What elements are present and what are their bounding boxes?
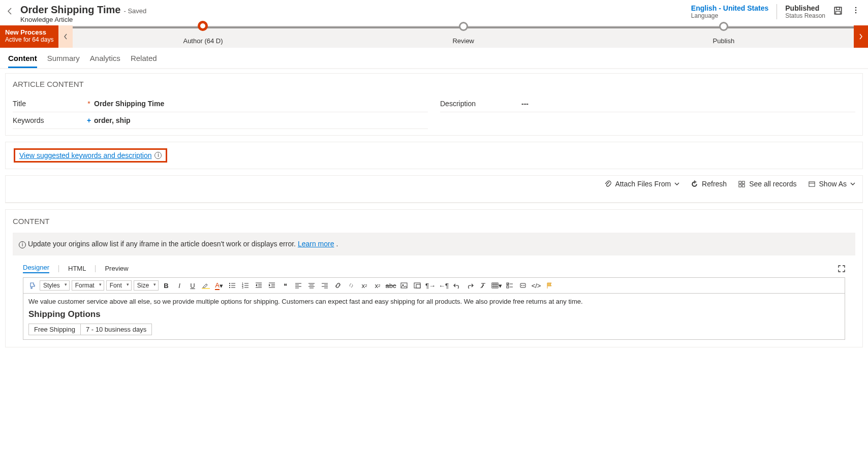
learn-more-link[interactable]: Learn more — [298, 240, 334, 248]
tab-content[interactable]: Content — [8, 54, 37, 68]
toolbar-table[interactable]: ▾ — [491, 280, 502, 291]
language-label: Language — [691, 12, 768, 19]
svg-rect-10 — [809, 181, 814, 186]
entity-subtitle: Knowledge Article — [20, 16, 685, 23]
toolbar-ltr[interactable]: ¶→ — [425, 280, 436, 291]
show-as-button[interactable]: Show As — [808, 180, 855, 188]
toolbar-source[interactable]: </> — [531, 280, 542, 291]
info-icon[interactable]: i — [154, 152, 162, 159]
info-icon: i — [19, 241, 26, 248]
see-all-records-button[interactable]: See all records — [738, 180, 796, 188]
svg-rect-12 — [202, 288, 210, 289]
suggestion-highlight: View suggested keywords and description … — [14, 148, 167, 163]
svg-point-5 — [855, 12, 857, 14]
stage-review[interactable]: Review — [333, 25, 594, 48]
status-value: Published — [785, 4, 825, 12]
svg-point-60 — [523, 285, 524, 286]
svg-rect-56 — [507, 286, 509, 288]
title-field[interactable]: Title * Order Shipping Time — [13, 95, 428, 112]
toolbar-number-list[interactable]: 123 — [240, 280, 251, 291]
toolbar-align-center[interactable] — [306, 280, 317, 291]
toolbar-assistant[interactable] — [517, 280, 529, 291]
table-row: Free Shipping 7 - 10 business days — [29, 324, 152, 335]
keywords-field[interactable]: Keywords + order, ship — [13, 112, 428, 129]
layout-icon — [808, 180, 816, 188]
svg-rect-45 — [401, 283, 407, 288]
toolbar-strikethrough[interactable]: abc — [385, 280, 396, 291]
svg-point-3 — [855, 7, 857, 9]
toolbar-format-painter[interactable] — [26, 280, 38, 291]
toolbar-clear-format[interactable] — [478, 280, 489, 291]
editor-content[interactable]: We value customer service above all else… — [23, 294, 845, 339]
process-scroll-right[interactable] — [854, 25, 868, 48]
article-content-section: ARTICLE CONTENT Title * Order Shipping T… — [5, 73, 863, 136]
process-active-for: Active for 64 days — [5, 36, 53, 43]
toolbar-highlight[interactable] — [200, 280, 211, 291]
editor-tab-designer[interactable]: Designer — [23, 264, 49, 273]
back-button[interactable] — [6, 7, 14, 15]
save-icon[interactable] — [833, 6, 844, 16]
toolbar-superscript[interactable]: x2 — [359, 280, 370, 291]
toolbar-subscript[interactable]: x2 — [372, 280, 383, 291]
chevron-down-icon — [674, 181, 679, 186]
editor-tab-preview[interactable]: Preview — [105, 265, 128, 272]
toolbar-redo[interactable] — [464, 280, 476, 291]
tab-summary[interactable]: Summary — [47, 54, 80, 68]
expand-icon[interactable] — [838, 265, 845, 272]
toolbar-blockquote[interactable]: ❝ — [280, 280, 291, 291]
more-menu-icon[interactable] — [852, 6, 862, 16]
toolbar-rtl[interactable]: ←¶ — [438, 280, 449, 291]
section-title: CONTENT — [13, 217, 855, 226]
toolbar-indent[interactable] — [266, 280, 277, 291]
content-editor-section: CONTENT i Update your origins allow list… — [5, 209, 863, 347]
toolbar-underline[interactable]: U — [187, 280, 198, 291]
toolbar-bold[interactable]: B — [161, 280, 172, 291]
view-suggested-link[interactable]: View suggested keywords and description — [19, 151, 151, 159]
svg-point-59 — [521, 285, 522, 286]
chevron-down-icon — [850, 181, 855, 186]
process-tag[interactable]: New Process Active for 64 days — [0, 25, 58, 48]
svg-rect-58 — [520, 283, 525, 287]
svg-rect-8 — [739, 184, 741, 187]
stage-author[interactable]: Author (64 D) — [73, 25, 333, 48]
toolbar-image[interactable] — [398, 280, 410, 291]
toolbar-align-left[interactable] — [293, 280, 304, 291]
toolbar-styles-select[interactable]: Styles — [40, 280, 70, 291]
toolbar-iframe[interactable] — [412, 280, 423, 291]
stage-publish[interactable]: Publish — [594, 25, 854, 48]
stage-dot-icon — [459, 22, 468, 31]
toolbar-format-select[interactable]: Format — [72, 280, 104, 291]
svg-point-13 — [229, 283, 230, 284]
toolbar-size-select[interactable]: Size — [134, 280, 159, 291]
paperclip-icon — [604, 180, 611, 188]
attach-files-button[interactable]: Attach Files From — [604, 180, 679, 188]
status-label: Status Reason — [785, 12, 825, 19]
language-value[interactable]: English - United States — [691, 4, 768, 12]
toolbar-align-right[interactable] — [319, 280, 330, 291]
refresh-button[interactable]: Refresh — [691, 180, 727, 188]
info-banner: i Update your origins allow list if any … — [13, 233, 855, 255]
save-status: - Saved — [123, 7, 146, 15]
divider — [95, 265, 96, 272]
tab-related[interactable]: Related — [131, 54, 157, 68]
editor-tab-html[interactable]: HTML — [68, 265, 86, 272]
toolbar-bullet-list[interactable] — [227, 280, 238, 291]
divider — [777, 4, 777, 19]
process-scroll-left[interactable] — [58, 25, 73, 48]
toolbar-undo[interactable] — [451, 280, 462, 291]
toolbar-italic[interactable]: I — [174, 280, 185, 291]
description-field[interactable]: Description --- — [440, 95, 855, 112]
tab-analytics[interactable]: Analytics — [90, 54, 120, 68]
toolbar-outdent[interactable] — [253, 280, 264, 291]
refresh-icon — [691, 180, 698, 188]
toolbar-font-select[interactable]: Font — [106, 280, 132, 291]
divider — [58, 265, 59, 272]
toolbar-link[interactable] — [332, 280, 344, 291]
section-title: ARTICLE CONTENT — [13, 80, 855, 88]
svg-rect-9 — [742, 184, 745, 187]
toolbar-flag[interactable] — [544, 280, 555, 291]
toolbar-font-color[interactable]: A▾ — [213, 280, 225, 291]
stage-dot-icon — [198, 21, 208, 31]
toolbar-unlink[interactable] — [346, 280, 357, 291]
toolbar-checklist[interactable] — [504, 280, 515, 291]
